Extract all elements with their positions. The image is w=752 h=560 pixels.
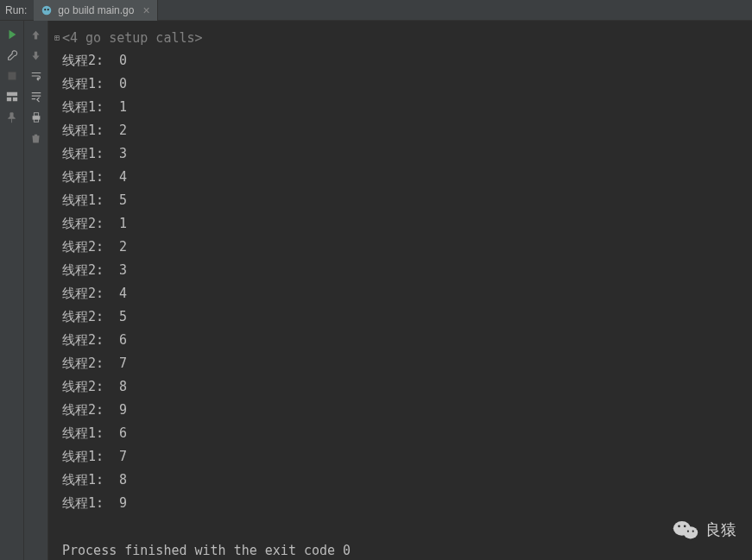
svg-point-15 — [692, 531, 694, 532]
console-line: 线程1: 8 — [52, 469, 749, 492]
scroll-to-end-icon[interactable] — [29, 90, 43, 104]
svg-point-1 — [45, 9, 47, 10]
svg-point-2 — [47, 9, 49, 10]
svg-point-11 — [684, 526, 698, 538]
console-line: 线程2: 8 — [52, 375, 749, 399]
console-line: 线程1: 6 — [52, 422, 749, 445]
process-finished-line: Process finished with the exit code 0 — [52, 538, 749, 560]
arrow-up-icon[interactable] — [29, 28, 43, 41]
run-tab[interactable]: go build main.go × — [34, 0, 157, 21]
watermark-text: 良猿 — [705, 519, 736, 540]
wrench-icon[interactable] — [5, 48, 19, 62]
wechat-icon — [673, 519, 698, 541]
svg-rect-6 — [12, 98, 16, 101]
console-line: 线程1: 4 — [52, 166, 749, 189]
console-line: 线程1: 0 — [52, 72, 749, 96]
console-line: 线程2: 6 — [52, 329, 749, 352]
console-line: 线程2: 5 — [52, 305, 749, 329]
console-line: 线程1: 9 — [52, 492, 749, 515]
console-line: 线程1: 7 — [52, 445, 749, 469]
console-line: 线程1: 5 — [52, 189, 749, 212]
svg-rect-5 — [6, 98, 10, 101]
go-file-icon — [41, 4, 53, 16]
main-area: ⊞<4 go setup calls> 线程2: 0线程1: 0线程1: 1线程… — [0, 21, 752, 560]
svg-point-0 — [42, 5, 52, 15]
soft-wrap-icon[interactable] — [29, 69, 43, 83]
console-line: 线程2: 1 — [52, 212, 749, 236]
pin-icon[interactable] — [5, 110, 19, 124]
run-icon[interactable] — [5, 28, 19, 41]
console-line: 线程1: 3 — [52, 142, 749, 166]
console-line: 线程2: 7 — [52, 352, 749, 375]
console-line: 线程1: 1 — [52, 96, 749, 119]
svg-rect-3 — [8, 72, 16, 80]
left-toolbar — [0, 21, 24, 560]
setup-calls-line: ⊞<4 go setup calls> — [52, 26, 749, 49]
trash-icon[interactable] — [29, 131, 43, 145]
svg-rect-8 — [34, 113, 38, 116]
console-line: 线程2: 9 — [52, 399, 749, 422]
console-line: 线程2: 4 — [52, 282, 749, 305]
run-label: Run: — [0, 4, 34, 16]
console-line: 线程2: 0 — [52, 49, 749, 72]
layout-icon[interactable] — [5, 90, 19, 104]
svg-rect-4 — [6, 92, 16, 96]
svg-point-13 — [684, 525, 686, 528]
second-toolbar — [24, 21, 48, 560]
tab-close-icon[interactable]: × — [142, 3, 149, 17]
arrow-down-icon[interactable] — [29, 48, 43, 62]
watermark: 良猿 — [673, 519, 736, 541]
svg-point-14 — [687, 531, 689, 532]
print-icon[interactable] — [29, 110, 43, 124]
console-output[interactable]: ⊞<4 go setup calls> 线程2: 0线程1: 0线程1: 1线程… — [48, 21, 752, 560]
console-line: 线程2: 3 — [52, 259, 749, 282]
top-bar: Run: go build main.go × — [0, 0, 752, 21]
console-line: 线程2: 2 — [52, 236, 749, 259]
fold-expand-icon[interactable]: ⊞ — [52, 33, 62, 42]
svg-point-12 — [678, 525, 680, 528]
tab-label: go build main.go — [58, 4, 134, 16]
stop-icon[interactable] — [5, 69, 19, 83]
console-line: 线程1: 2 — [52, 119, 749, 142]
